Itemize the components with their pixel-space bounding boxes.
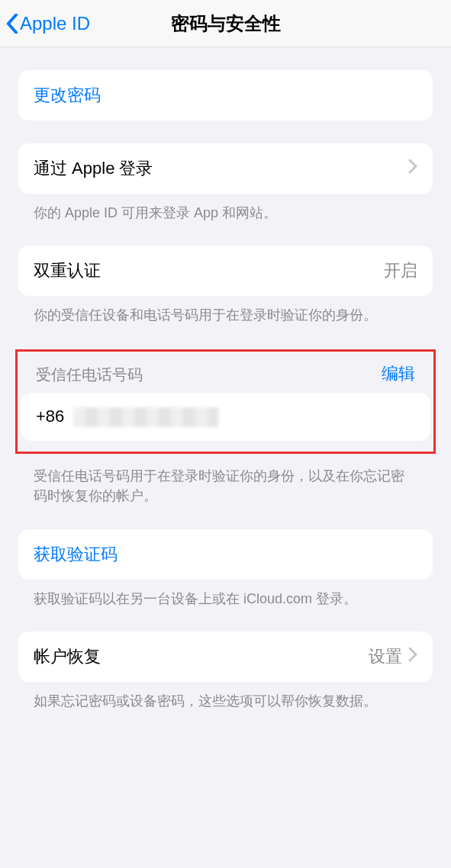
back-button[interactable]: Apple ID [6,13,90,34]
chevron-right-icon [408,159,417,178]
sign-in-with-apple-row[interactable]: 通过 Apple 登录 [18,143,433,194]
chevron-right-icon [408,647,417,667]
change-password-row[interactable]: 更改密码 [18,70,433,121]
trusted-phone-footer: 受信任电话号码用于在登录时验证你的身份，以及在你忘记密码时恢复你的帐户。 [18,457,433,506]
get-verification-code-label: 获取验证码 [34,543,118,566]
nav-header: Apple ID 密码与安全性 [0,0,451,47]
get-verification-code-footer: 获取验证码以在另一台设备上或在 iCloud.com 登录。 [18,580,433,609]
two-factor-label: 双重认证 [34,259,101,282]
phone-redacted [73,407,218,427]
sign-in-with-apple-label: 通过 Apple 登录 [34,157,153,180]
two-factor-value: 开启 [384,259,417,282]
account-recovery-row[interactable]: 帐户恢复 设置 [18,632,433,682]
two-factor-row[interactable]: 双重认证 开启 [18,246,433,296]
edit-trusted-phone-button[interactable]: 编辑 [382,362,415,385]
back-label: Apple ID [20,13,90,34]
account-recovery-label: 帐户恢复 [34,645,101,668]
sign-in-with-apple-footer: 你的 Apple ID 可用来登录 App 和网站。 [18,194,433,223]
get-verification-code-row[interactable]: 获取验证码 [18,529,433,580]
chevron-left-icon [6,14,18,34]
trusted-phone-row[interactable]: +86 [21,393,430,441]
phone-prefix: +86 [36,407,64,426]
account-recovery-value: 设置 [369,645,402,668]
trusted-phone-highlight: 受信任电话号码 编辑 +86 [15,349,436,454]
trusted-phone-number: +86 [36,407,218,427]
two-factor-footer: 你的受信任设备和电话号码用于在登录时验证你的身份。 [18,296,433,325]
account-recovery-footer: 如果忘记密码或设备密码，这些选项可以帮你恢复数据。 [18,682,433,711]
trusted-phone-header: 受信任电话号码 [36,365,143,385]
change-password-label: 更改密码 [34,84,101,107]
